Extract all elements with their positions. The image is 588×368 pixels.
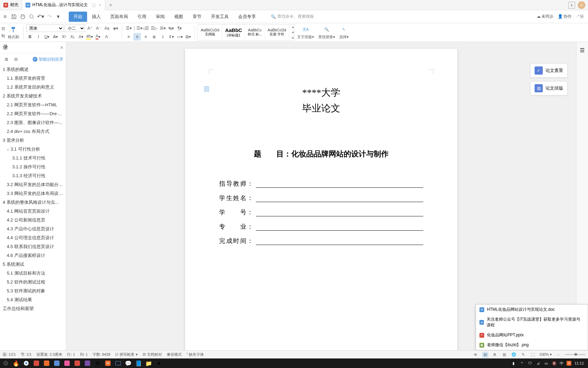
app-icon[interactable]: 📘 bbox=[134, 359, 143, 367]
web-layout-icon[interactable]: ▥ bbox=[501, 352, 507, 358]
tab-menu-icon[interactable]: ▢ bbox=[92, 3, 96, 7]
clock[interactable]: 11:11 bbox=[574, 361, 584, 365]
collab-button[interactable]: 👤协作 bbox=[558, 14, 572, 19]
numbering-icon[interactable]: ⋮☰▾ bbox=[133, 25, 141, 32]
redo-icon[interactable]: ↷ bbox=[46, 13, 53, 20]
panel-toggle-icon[interactable]: ☰ bbox=[577, 45, 587, 55]
align-left-icon[interactable]: ≡ bbox=[125, 33, 132, 41]
toc-item[interactable]: 3.1.2 操作可行性 bbox=[0, 163, 66, 171]
menu-icon[interactable]: ≡ bbox=[1, 13, 9, 20]
smart-toc-button[interactable]: 智能识别目录 bbox=[39, 57, 63, 62]
tab-close-icon[interactable]: × bbox=[99, 3, 101, 7]
tab-document[interactable]: W HTML化妆品...设计与实现论文 ▢ × bbox=[22, 0, 105, 10]
align-center-icon[interactable]: ≡ bbox=[133, 33, 141, 41]
strikethrough-icon[interactable]: A̶▾ bbox=[52, 33, 59, 41]
thesis-layout-button[interactable]: ▤ 论文排版 bbox=[530, 81, 568, 95]
toc-item[interactable]: 3.3 网站开发的总体布局设 ... bbox=[0, 189, 66, 198]
ime-indicator[interactable]: 中 bbox=[560, 361, 564, 366]
bullets-icon[interactable]: ☰▾ bbox=[125, 25, 132, 32]
toc-item[interactable]: 4.2 公司新闻信息页 bbox=[0, 216, 66, 225]
italic-icon[interactable]: I bbox=[35, 33, 42, 41]
tasks-icon[interactable] bbox=[114, 359, 122, 367]
subscript-icon[interactable]: X₂ bbox=[69, 33, 76, 41]
outline-view-icon[interactable]: ≣ bbox=[492, 352, 498, 358]
find-replace-button[interactable]: 🔍 查找替换▾ bbox=[317, 25, 337, 40]
fit-page-icon[interactable]: ⛶ bbox=[530, 352, 536, 358]
toc-item[interactable]: 1 系统的概述 bbox=[0, 65, 66, 74]
toc-item[interactable]: 2.3 图形、图像设计软件—... bbox=[0, 118, 66, 127]
app-icon[interactable] bbox=[42, 359, 51, 367]
toc-item[interactable]: 2.4 div+ css 布局方式 bbox=[0, 127, 66, 136]
toc-item[interactable]: 5.2 软件的测试过程 bbox=[0, 278, 66, 287]
user-avatar[interactable] bbox=[578, 1, 585, 9]
volume-icon[interactable]: 🔇 bbox=[552, 361, 557, 366]
format-painter-button[interactable]: 格式刷 bbox=[6, 25, 20, 40]
toc-item[interactable]: 4.3 产品中心信息页设计 bbox=[0, 225, 66, 233]
print-layout-icon[interactable]: ▤ bbox=[482, 352, 488, 358]
show-marks-icon[interactable]: ¶▾ bbox=[176, 25, 183, 32]
toc-item[interactable]: 3.1.1 技术可行性 bbox=[0, 154, 66, 163]
command-search[interactable]: 🔍 查找命令、搜索模板 bbox=[271, 14, 314, 19]
toc-item[interactable]: 4.6 产品搜索框设计 bbox=[0, 251, 66, 260]
toc-item[interactable]: 3 需求分析 bbox=[0, 136, 66, 145]
status-page[interactable]: 面: 1/21 bbox=[3, 352, 16, 357]
toc-item[interactable]: 2.2 网页开发软件——Dre ... bbox=[0, 109, 66, 118]
outdent-icon[interactable]: ◁☰ bbox=[142, 25, 149, 32]
status-proof[interactable]: ☒ 文档校对 bbox=[143, 352, 162, 357]
pen-icon[interactable]: ✎ bbox=[520, 352, 526, 358]
text-effect-icon[interactable]: A▾ bbox=[77, 33, 85, 41]
indent-icon[interactable]: ☰▷ bbox=[150, 25, 158, 32]
plagiarism-check-button[interactable]: ✓ 论文查重 bbox=[530, 63, 568, 78]
underline-icon[interactable]: U▾ bbox=[43, 33, 51, 41]
tab-icon[interactable]: ↹▾ bbox=[167, 25, 175, 32]
select-button[interactable]: ↖ 选择▾ bbox=[338, 25, 350, 40]
globe-icon[interactable]: 🌐 bbox=[511, 352, 517, 358]
read-mode-icon[interactable]: 👁 bbox=[473, 352, 479, 358]
toc-item[interactable]: 1.1 系统开发的背景 bbox=[0, 74, 66, 83]
network-icon[interactable]: ⊿ bbox=[535, 361, 541, 366]
tab-vip[interactable]: 会员专享 bbox=[233, 12, 261, 22]
tab-developer[interactable]: 开发工具 bbox=[206, 12, 233, 22]
tab-start[interactable]: 开始 bbox=[69, 12, 87, 22]
tray-up-icon[interactable]: ^ bbox=[519, 361, 524, 366]
undo-icon[interactable]: ↶▾ bbox=[37, 13, 44, 20]
sidebar-close-icon[interactable]: × bbox=[60, 45, 63, 51]
toc-item[interactable]: 1.2 系统开发目的和意义 bbox=[0, 83, 66, 92]
recent-file-item[interactable]: WHTML化妆品网站设计与实现论文.doc bbox=[476, 305, 588, 315]
save-icon[interactable] bbox=[10, 13, 18, 20]
sogou-icon[interactable]: S bbox=[566, 361, 572, 366]
print-icon[interactable] bbox=[19, 13, 27, 20]
toc-item[interactable]: 3.1.3 经济可行性 bbox=[0, 171, 66, 180]
tab-references[interactable]: 引用 bbox=[133, 12, 151, 22]
tab-view[interactable]: 视图 bbox=[169, 12, 188, 22]
files-icon[interactable]: 📁 bbox=[144, 359, 153, 367]
tab-sections[interactable]: 章节 bbox=[188, 12, 206, 22]
toc-item[interactable]: 5 系统测试 bbox=[0, 260, 66, 269]
sync-status[interactable]: ☁未同步 bbox=[537, 14, 554, 19]
sort-icon[interactable]: ☒▾ bbox=[159, 25, 166, 32]
recent-file-item[interactable]: W关注老师公众号【IT实战课堂】获取更多学习资源与课程 bbox=[476, 315, 588, 330]
bold-icon[interactable]: B bbox=[26, 33, 34, 41]
window-count-icon[interactable]: 1 bbox=[568, 2, 575, 9]
wechat-icon[interactable]: 💬 bbox=[124, 359, 133, 367]
toc-item[interactable]: 2 系统开发关键技术 bbox=[0, 92, 66, 101]
cut-button[interactable]: 切 bbox=[1, 26, 5, 31]
app-icon[interactable]: ● bbox=[154, 359, 163, 367]
zoom-out-icon[interactable]: − bbox=[555, 352, 561, 358]
font-name-select[interactable]: 黑体 bbox=[26, 25, 64, 32]
app-icon[interactable] bbox=[52, 359, 61, 367]
tab-insert[interactable]: 插入 bbox=[87, 12, 105, 22]
recent-file-item[interactable]: P化妆品网站PPT.pptx bbox=[476, 330, 588, 340]
copy-button[interactable]: 制 bbox=[1, 33, 5, 39]
toc-item[interactable]: 5.3 软件测试的对象 bbox=[0, 287, 66, 295]
superscript-icon[interactable]: X² bbox=[60, 33, 68, 41]
borders-icon[interactable]: ⊞▾ bbox=[184, 33, 192, 41]
status-words[interactable]: 字数: 8439 bbox=[93, 352, 111, 357]
toc-item[interactable]: 5.1 测试目标和方法 bbox=[0, 269, 66, 278]
tab-review[interactable]: 审阅 bbox=[151, 12, 169, 22]
wps-icon[interactable]: W bbox=[103, 359, 112, 367]
toc-item[interactable]: 3.1 可行性分析 bbox=[0, 145, 66, 154]
align-justify-icon[interactable]: ≣ bbox=[150, 33, 158, 41]
status-spell[interactable]: ☑ 拼写检查 ▾ bbox=[115, 352, 137, 357]
recent-file-item[interactable]: ▣老师微信【itszkt】.png bbox=[476, 340, 588, 350]
